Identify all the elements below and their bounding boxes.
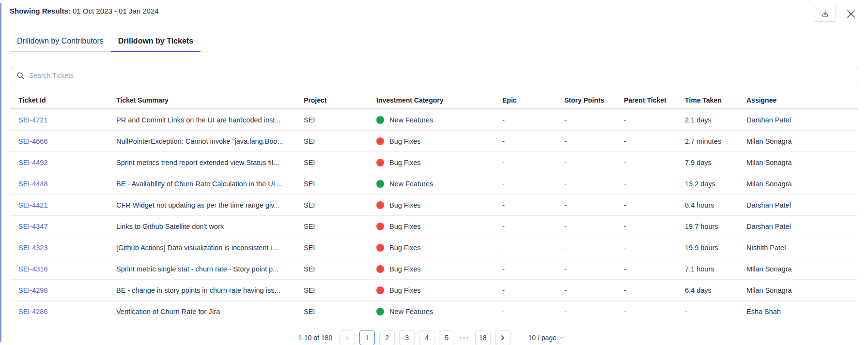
ticket-id-link[interactable]: SEI-4448 <box>18 180 47 188</box>
investment-category-cell: Bug Fixes <box>376 265 502 273</box>
table-row: SEI-4286 Verification of Churn Rate for … <box>10 301 858 322</box>
ticket-project: SEI <box>304 201 376 209</box>
chevron-left-icon <box>344 335 350 341</box>
pagination-page-4[interactable]: 4 <box>419 330 434 345</box>
pagination-page-1[interactable]: 1 <box>359 330 375 345</box>
category-dot-icon <box>376 137 384 145</box>
investment-category-cell: New Features <box>376 180 502 188</box>
pagination-page-5[interactable]: 5 <box>439 330 454 345</box>
column-header-assignee: Assignee <box>746 96 858 104</box>
ticket-story-points: - <box>564 223 624 230</box>
ticket-parent-ticket: - <box>624 223 685 230</box>
ticket-parent-ticket: - <box>624 159 685 166</box>
category-label: New Features <box>389 116 433 124</box>
page-size-select[interactable]: 10 / page <box>523 330 570 345</box>
ticket-time-taken: 8.4 hours <box>685 201 746 209</box>
search-bar[interactable] <box>10 67 858 84</box>
column-header-parent-ticket: Parent Ticket <box>624 96 685 104</box>
ticket-time-taken: 7.1 hours <box>685 265 746 273</box>
ticket-id-link[interactable]: SEI-4721 <box>18 116 47 124</box>
pagination: 1-10 of 180 1 2 3 4 5 ••• 18 10 / page <box>10 330 858 345</box>
category-dot-icon <box>376 308 384 315</box>
ticket-story-points: - <box>564 180 624 188</box>
ticket-parent-ticket: - <box>624 286 685 294</box>
ticket-project: SEI <box>304 180 376 188</box>
column-header-investment-category: Investment Category <box>376 96 502 104</box>
category-dot-icon <box>376 116 384 124</box>
pagination-page-last[interactable]: 18 <box>475 330 491 345</box>
ticket-id-link[interactable]: SEI-4421 <box>18 201 47 209</box>
ticket-parent-ticket: - <box>624 180 685 188</box>
ticket-epic: - <box>502 116 564 124</box>
category-label: Bug Fixes <box>389 223 420 230</box>
ticket-summary: CFR Widget not updating as per the time … <box>116 201 304 209</box>
category-dot-icon <box>376 286 384 294</box>
table-row: SEI-4347 Links to Github Satellite don't… <box>10 216 858 237</box>
ticket-project: SEI <box>304 244 376 252</box>
ticket-summary: Links to Github Satellite don't work <box>116 223 304 230</box>
investment-category-cell: Bug Fixes <box>376 223 502 230</box>
category-label: Bug Fixes <box>389 244 420 252</box>
ticket-assignee: Milan Sonagra <box>746 180 858 188</box>
ticket-story-points: - <box>564 159 624 166</box>
ticket-story-points: - <box>564 201 624 209</box>
ticket-assignee: Milan Sonagra <box>746 265 858 273</box>
ticket-id-link[interactable]: SEI-4323 <box>18 244 47 252</box>
ticket-project: SEI <box>304 265 376 273</box>
ticket-epic: - <box>502 286 564 294</box>
ticket-id-link[interactable]: SEI-4316 <box>18 265 47 273</box>
column-header-ticket-summary: Ticket Summary <box>116 96 304 104</box>
category-label: Bug Fixes <box>389 201 420 209</box>
investment-category-cell: Bug Fixes <box>376 137 502 145</box>
ticket-id-link[interactable]: SEI-4347 <box>18 223 47 230</box>
ticket-id-link[interactable]: SEI-4298 <box>18 286 47 294</box>
ticket-time-taken: 2.1 days <box>685 116 746 124</box>
ticket-id-link[interactable]: SEI-4666 <box>18 137 47 145</box>
ticket-id-link[interactable]: SEI-4492 <box>18 159 47 166</box>
ticket-epic: - <box>502 265 564 273</box>
ticket-story-points: - <box>564 137 624 145</box>
investment-category-cell: Bug Fixes <box>376 286 502 294</box>
table-row: SEI-4721 PR and Commit Links on the UI a… <box>10 109 858 131</box>
drilldown-tabs: Drilldown by Contributors Drilldown by T… <box>10 32 858 52</box>
investment-category-cell: Bug Fixes <box>376 244 502 252</box>
ticket-time-taken: 19.7 hours <box>685 223 746 230</box>
investment-category-cell: Bug Fixes <box>376 201 502 209</box>
category-label: Bug Fixes <box>389 265 420 273</box>
ticket-assignee: Esha Shah <box>746 308 858 315</box>
search-input[interactable] <box>29 72 852 79</box>
column-header-time-taken: Time Taken <box>685 96 746 104</box>
download-button[interactable] <box>814 6 836 22</box>
close-button[interactable] <box>844 7 858 21</box>
ticket-time-taken: 7.9 days <box>685 159 746 166</box>
ticket-time-taken: 19.9 hours <box>685 244 746 252</box>
pagination-page-2[interactable]: 2 <box>379 330 395 345</box>
ticket-project: SEI <box>304 223 376 230</box>
ticket-epic: - <box>502 201 564 209</box>
column-header-project: Project <box>304 96 376 104</box>
tab-drilldown-by-tickets[interactable]: Drilldown by Tickets <box>111 32 201 52</box>
ticket-epic: - <box>502 223 564 230</box>
pagination-page-3[interactable]: 3 <box>399 330 415 345</box>
ticket-story-points: - <box>564 265 624 273</box>
category-label: New Features <box>389 180 433 188</box>
ticket-epic: - <box>502 159 564 166</box>
pagination-ellipsis[interactable]: ••• <box>459 335 471 341</box>
category-dot-icon <box>376 244 384 252</box>
showing-results-label: Showing Results: <box>10 7 71 15</box>
investment-category-cell: Bug Fixes <box>376 159 502 166</box>
ticket-parent-ticket: - <box>624 308 685 315</box>
pagination-next-button[interactable] <box>495 330 511 345</box>
ticket-id-link[interactable]: SEI-4286 <box>18 308 47 315</box>
pagination-prev-button[interactable] <box>340 330 355 345</box>
category-dot-icon <box>376 159 384 166</box>
showing-results-text: Showing Results: 01 Oct 2023 - 01 Jan 20… <box>10 6 159 15</box>
tab-drilldown-by-contributors[interactable]: Drilldown by Contributors <box>10 32 111 52</box>
ticket-assignee: Darshan Patel <box>746 116 858 124</box>
table-row: SEI-4421 CFR Widget not updating as per … <box>10 195 858 216</box>
table-row: SEI-4492 Sprint metrics trend report ext… <box>10 152 858 173</box>
ticket-epic: - <box>502 244 564 252</box>
table-row: SEI-4298 BE - change in story points in … <box>10 280 858 301</box>
ticket-summary: [Github Actions] Data visualization is i… <box>116 244 304 252</box>
ticket-parent-ticket: - <box>624 201 685 209</box>
